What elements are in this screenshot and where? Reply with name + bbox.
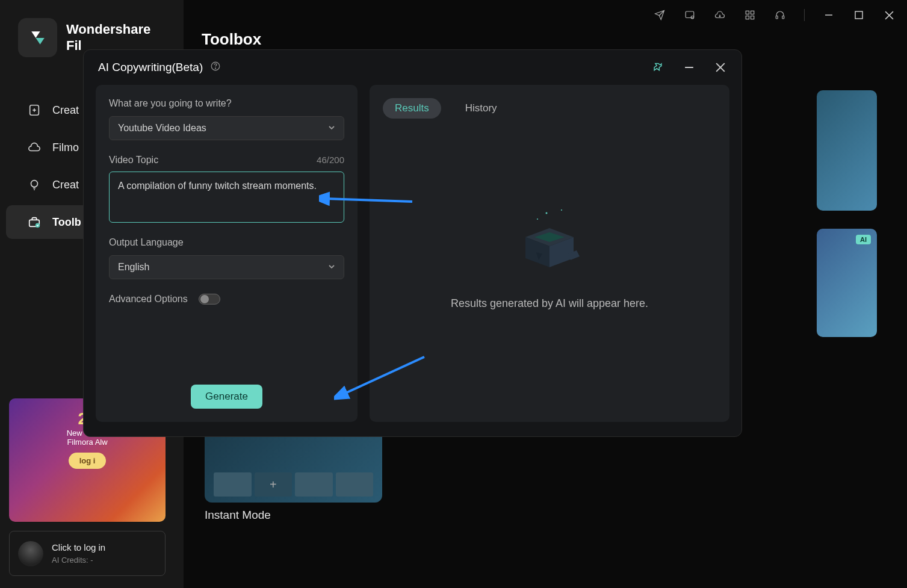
adv-label: Advanced Options bbox=[109, 294, 188, 305]
svg-point-27 bbox=[537, 218, 538, 220]
empty-state: Results generated by AI will appear here… bbox=[383, 119, 716, 398]
instant-mode-label: Instant Mode bbox=[205, 509, 271, 522]
generate-button[interactable]: Generate bbox=[191, 385, 262, 409]
chevron-down-icon bbox=[328, 262, 335, 273]
write-label: What are you going to write? bbox=[109, 98, 344, 109]
write-type-select[interactable]: Youtube Video Ideas bbox=[109, 116, 344, 140]
char-count: 46/200 bbox=[317, 155, 344, 166]
topic-label: Video Topic bbox=[109, 155, 158, 166]
avatar bbox=[18, 541, 43, 566]
results-panel: Results History Results generated by AI … bbox=[370, 85, 729, 422]
select-value: English bbox=[118, 262, 149, 273]
lang-label: Output Language bbox=[109, 237, 344, 248]
filmora-logo-icon bbox=[18, 18, 57, 57]
background-tool-card-1[interactable] bbox=[817, 90, 877, 211]
video-topic-input[interactable] bbox=[109, 172, 344, 223]
svg-point-15 bbox=[31, 181, 38, 187]
svg-point-25 bbox=[546, 212, 548, 214]
toolbox-icon bbox=[27, 215, 42, 229]
section-title: Toolbox bbox=[202, 30, 889, 49]
tab-results[interactable]: Results bbox=[383, 98, 441, 119]
sidebar-item-label: Creat bbox=[52, 104, 79, 117]
background-tool-card-2[interactable] bbox=[817, 229, 877, 337]
empty-box-icon bbox=[507, 207, 592, 273]
login-credits: AI Credits: - bbox=[52, 556, 105, 565]
sidebar-item-label: Creat bbox=[52, 179, 79, 191]
chevron-down-icon bbox=[328, 123, 335, 134]
dialog-header: AI Copywriting(Beta) bbox=[84, 50, 741, 85]
input-panel: What are you going to write? Youtube Vid… bbox=[96, 85, 358, 422]
brand-line1: Wondershare bbox=[66, 22, 150, 37]
advanced-options-toggle[interactable] bbox=[199, 294, 220, 305]
dialog-title: AI Copywriting(Beta) bbox=[98, 61, 203, 74]
plus-file-icon bbox=[27, 103, 42, 117]
ai-copywriting-dialog: AI Copywriting(Beta) What are you going … bbox=[83, 49, 742, 437]
dialog-close-button[interactable] bbox=[714, 61, 727, 74]
sidebar-item-label: Filmo bbox=[52, 141, 79, 154]
pin-icon[interactable] bbox=[651, 61, 664, 74]
select-value: Youtube Video Ideas bbox=[118, 123, 206, 134]
brand-text: Wondershare Fil bbox=[66, 22, 150, 54]
cloud-icon bbox=[27, 140, 42, 155]
help-icon[interactable] bbox=[210, 61, 221, 74]
svg-point-26 bbox=[561, 209, 562, 211]
dialog-minimize-button[interactable] bbox=[683, 61, 696, 74]
results-tabs: Results History bbox=[383, 98, 716, 119]
promo-login-button[interactable]: log i bbox=[69, 453, 107, 469]
empty-text: Results generated by AI will appear here… bbox=[451, 297, 648, 310]
language-select[interactable]: English bbox=[109, 255, 344, 279]
tab-history[interactable]: History bbox=[453, 98, 509, 119]
svg-point-21 bbox=[215, 68, 216, 69]
sidebar-item-label: Toolb bbox=[52, 216, 81, 229]
ai-badge: AI bbox=[856, 235, 871, 244]
lightbulb-icon bbox=[27, 178, 42, 192]
login-primary: Click to log in bbox=[52, 542, 105, 552]
thumb-strip: + bbox=[214, 472, 373, 497]
login-card[interactable]: Click to log in AI Credits: - bbox=[9, 531, 166, 576]
promo-line2: Filmora Alw bbox=[67, 438, 107, 447]
